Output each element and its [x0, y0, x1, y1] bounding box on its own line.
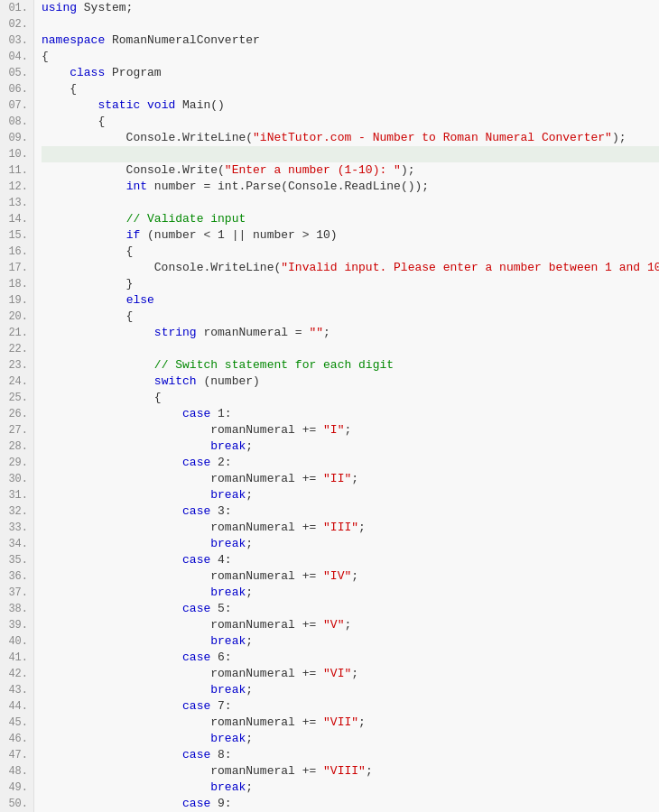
code-line: { [42, 114, 659, 130]
token-plain: romanNumeral += [42, 763, 323, 780]
line-number: 24. [0, 374, 33, 390]
token-kw: if [126, 227, 141, 244]
line-number: 01. [0, 0, 33, 16]
token-kw: break [210, 633, 246, 650]
line-number: 25. [0, 390, 33, 406]
line-number: 38. [0, 601, 33, 617]
code-line: break; [42, 780, 659, 796]
token-plain: Main() [175, 97, 225, 114]
token-kw: break [210, 682, 246, 698]
token-plain: ; [246, 585, 253, 601]
line-number: 05. [0, 65, 33, 81]
line-number: 49. [0, 780, 33, 796]
code-line: romanNumeral += "IV"; [42, 568, 659, 585]
line-number: 40. [0, 633, 33, 650]
line-number: 45. [0, 715, 33, 731]
code-editor: 01.02.03.04.05.06.07.08.09.10.11.12.13.1… [0, 0, 659, 812]
token-kw: case [182, 601, 210, 617]
line-number: 42. [0, 666, 33, 682]
line-number: 17. [0, 260, 33, 276]
code-line: break; [42, 536, 659, 552]
token-plain: ; [246, 780, 253, 796]
line-number: 12. [0, 179, 33, 195]
line-number: 07. [0, 97, 33, 114]
line-number: 31. [0, 487, 33, 503]
token-plain: { [42, 309, 133, 325]
token-plain: ; [246, 487, 253, 503]
code-line: romanNumeral += "VII"; [42, 715, 659, 731]
token-kw: static [97, 97, 140, 114]
token-kw: case [182, 650, 210, 666]
code-line: int number = int.Parse(Console.ReadLine(… [42, 179, 659, 195]
line-number: 27. [0, 422, 33, 438]
line-number: 44. [0, 698, 33, 715]
token-plain [42, 97, 97, 114]
token-plain: Program [105, 65, 161, 81]
line-number: 35. [0, 552, 33, 568]
token-plain [42, 211, 126, 227]
token-string: "VII" [323, 715, 358, 731]
line-number: 06. [0, 81, 33, 97]
token-plain [42, 747, 182, 763]
line-number: 43. [0, 682, 33, 698]
code-line: { [42, 49, 659, 65]
token-string: "VI" [323, 666, 351, 682]
line-number: 03. [0, 32, 33, 49]
code-line: Console.Write("Enter a number (1-10): ")… [42, 162, 659, 179]
token-plain: romanNumeral = [197, 325, 310, 341]
code-line: romanNumeral += "II"; [42, 471, 659, 487]
token-plain: ; [351, 568, 358, 585]
token-plain: romanNumeral += [42, 617, 323, 633]
token-plain [42, 292, 126, 309]
token-kw: case [182, 698, 210, 715]
token-string: "IV" [323, 568, 351, 585]
code-line [42, 16, 659, 32]
token-kw: case [182, 747, 210, 763]
token-plain: ; [351, 666, 358, 682]
line-number: 19. [0, 292, 33, 309]
line-number: 47. [0, 747, 33, 763]
token-plain: ; [246, 536, 253, 552]
code-line [42, 341, 659, 357]
code-line: case 6: [42, 650, 659, 666]
token-plain [42, 65, 70, 81]
token-plain [42, 438, 210, 455]
token-comment: // Validate input [126, 211, 246, 227]
code-line: case 1: [42, 406, 659, 422]
code-line: break; [42, 438, 659, 455]
token-plain: romanNumeral += [42, 520, 323, 536]
token-plain [42, 357, 154, 374]
token-plain [42, 536, 210, 552]
code-line: Console.WriteLine("iNetTutor.com - Numbe… [42, 130, 659, 146]
code-content: using System;namespace RomanNumeralConve… [34, 0, 659, 812]
token-plain: Console.Write( [42, 162, 225, 179]
token-plain [42, 682, 210, 698]
token-plain [42, 731, 210, 747]
line-number: 28. [0, 438, 33, 455]
token-kw: break [210, 780, 246, 796]
line-number: 46. [0, 731, 33, 747]
line-number: 39. [0, 617, 33, 633]
line-number: 34. [0, 536, 33, 552]
token-plain: RomanNumeralConverter [105, 32, 260, 49]
code-line: { [42, 244, 659, 260]
line-number: 30. [0, 471, 33, 487]
code-line: case 8: [42, 747, 659, 763]
token-plain [42, 487, 210, 503]
code-line: switch (number) [42, 374, 659, 390]
code-line: break; [42, 633, 659, 650]
token-plain: { [42, 81, 77, 97]
token-plain [42, 633, 210, 650]
token-plain [42, 455, 182, 471]
code-line: break; [42, 682, 659, 698]
line-number: 33. [0, 520, 33, 536]
line-number: 11. [0, 162, 33, 179]
code-line: romanNumeral += "III"; [42, 520, 659, 536]
token-kw: break [210, 536, 246, 552]
token-plain: romanNumeral += [42, 471, 323, 487]
code-line: romanNumeral += "I"; [42, 422, 659, 438]
token-string: "" [309, 325, 323, 341]
token-plain: ; [323, 325, 330, 341]
token-comment: // Switch statement for each digit [154, 357, 394, 374]
line-number: 18. [0, 276, 33, 292]
